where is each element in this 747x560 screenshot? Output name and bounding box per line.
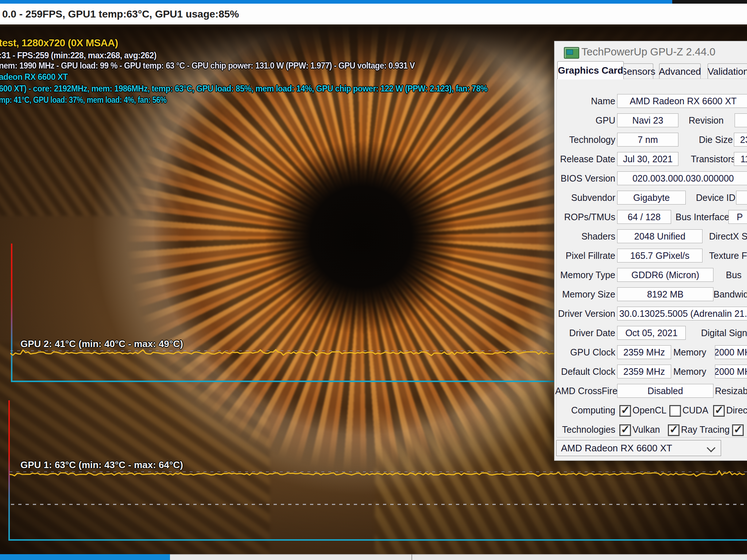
gpuz-row-label2: Texture Fillra [709,249,747,262]
gpuz-field2[interactable] [736,191,747,205]
gpuz-field-default-clock[interactable]: 2359 MHz [617,365,671,378]
top-blue-strip [0,0,672,4]
osd-gpu-stats-line: nem: 1990 MHz - GPU load: 99 % - GPU tem… [0,61,415,71]
checkbox-label: Ray Tracing [681,423,729,436]
gpuz-field2[interactable]: P [728,210,747,224]
gpuz-window-title: TechPowerUp GPU-Z 2.44.0 [581,46,715,58]
graph-gpu2-temp-line [10,346,554,359]
gpuz-field-technology[interactable]: 7 nm [617,133,678,147]
screen: 0.0 - 259FPS, GPU1 temp:63°C, GPU1 usage… [0,0,747,560]
gpuz-row-label2: Bus [726,268,742,282]
gpuz-row-label: GPU [555,113,615,127]
gpuz-row-label: Shaders [555,229,615,243]
bottom-bar-divider [411,554,412,560]
gpuz-row-label: Computing [555,403,615,417]
gpuz-row-label2: Die Size [699,133,733,147]
gpuz-field-gpu-clock[interactable]: 2359 MHz [617,345,671,359]
gpu-selector-dropdown[interactable]: AMD Radeon RX 6600 XT [556,440,721,456]
gpuz-field-bios-version[interactable]: 020.003.000.030.000000 [617,171,747,185]
gpuz-row-label: Release Date [555,152,615,166]
checkbox-ray-tracing[interactable]: ✓ [668,424,680,436]
gpuz-row-label2: Memory [673,345,706,359]
gpuz-field-rops-tmus[interactable]: 64 / 128 [617,210,671,224]
graph-gpu2-axis [11,244,12,382]
checkbox-label: Direc [726,403,747,417]
gpuz-field2[interactable]: 23 [734,133,747,147]
osd-gpu2-line: mp: 41°C, GPU load: 37%, mem load: 4%, f… [0,95,166,105]
checkbox-label: Vulkan [632,423,660,436]
osd-gpu-name-line: adeon RX 6600 XT [0,72,68,82]
gpuz-row-label2: Digital Sign [701,326,747,340]
gpuz-app-icon [564,47,579,59]
gpuz-row-label: Technology [555,133,615,147]
gpuz-field-memory-type[interactable]: GDDR6 (Micron) [617,268,713,282]
gpuz-row-label2: Revision [689,113,724,127]
gpuz-row-label: Pixel Fillrate [555,249,615,262]
gpuz-titlebar[interactable]: TechPowerUp GPU-Z 2.44.0 [554,41,747,62]
gpuz-row-label: AMD CrossFire [555,384,615,398]
gpuz-field-shaders[interactable]: 2048 Unified [617,229,703,243]
checkbox-cuda[interactable] [669,405,681,417]
gpuz-field-memory-size[interactable]: 8192 MB [617,287,713,301]
gpuz-row-label2: Resizabl [715,384,747,398]
check-icon: ✓ [621,423,630,436]
gpuz-field2[interactable]: 2000 MH [715,365,747,378]
gpuz-row-label2: DirectX S [709,229,747,243]
checkbox-label: CUDA [682,403,708,417]
osd-gpu-core-line: 600 XT) - core: 2192MHz, mem: 1986MHz, t… [0,84,487,94]
gpuz-row-label: ROPs/TMUs [555,210,615,224]
checkbox-vulkan[interactable]: ✓ [619,424,631,436]
gpuz-row-label: Driver Version [555,307,615,320]
gpuz-row-label2: Device ID [696,191,735,205]
game-window-titlebar[interactable]: 0.0 - 259FPS, GPU1 temp:63°C, GPU1 usage… [0,4,747,24]
tab-graphics-card[interactable]: Graphics Card [557,61,624,79]
gpuz-field-amd-crossfire[interactable]: Disabled [617,384,713,398]
gpuz-row-label2: Bandwid [713,287,747,301]
top-strip-dark-segment [672,0,747,4]
check-icon: ✓ [669,423,678,436]
gpuz-field2[interactable]: 2000 MH [715,345,747,359]
gpuz-field-pixel-fillrate[interactable]: 165.7 GPixel/s [617,249,703,262]
tab-sensors[interactable]: Sensors [623,63,653,79]
checkbox-cut[interactable]: ✓ [732,424,744,436]
gpuz-row-label2: Memory [673,365,706,378]
bottom-bar-blue-segment [0,554,170,560]
tab-advanced[interactable]: Advanced [659,63,701,79]
tab-validation[interactable]: Validation [708,63,747,79]
osd-fps-line: :31 - FPS:259 (min:228, max:268, avg:262… [0,51,156,61]
gpuz-field-gpu[interactable]: Navi 23 [617,113,678,127]
gpuz-field-subvendor[interactable]: Gigabyte [617,191,686,205]
osd-benchmark-header: test, 1280x720 (0X MSAA) [0,37,118,49]
chevron-down-icon [707,443,715,452]
check-icon: ✓ [621,404,630,416]
gpuz-field-driver-version[interactable]: 30.0.13025.5005 (Adrenalin 21. [617,307,747,320]
gpu-selector-value: AMD Radeon RX 6600 XT [561,443,672,454]
checkbox-opencl[interactable]: ✓ [619,405,631,417]
gpuz-row-label: GPU Clock [555,345,615,359]
gpuz-row-label2: Transistors [691,152,736,166]
graph-gpu2-baseline [11,381,554,382]
gpuz-field-name[interactable]: AMD Radeon RX 6600 XT [617,94,747,108]
gpuz-tab-strip: Graphics CardSensorsAdvancedValidation [554,62,747,79]
gpuz-row-label: Memory Size [555,287,615,301]
gpuz-field-driver-date[interactable]: Oct 05, 2021 [617,326,686,340]
check-icon: ✓ [734,423,743,436]
checkbox-direc[interactable]: ✓ [713,405,725,417]
gpuz-window: TechPowerUp GPU-Z 2.44.0 Graphics CardSe… [554,41,747,461]
gpuz-field2[interactable] [735,113,747,127]
gpuz-row-label: Default Clock [555,365,615,378]
graph-gpu1-baseline [8,539,747,541]
gpuz-row-label: Memory Type [555,268,615,282]
gpuz-row-label: Name [555,94,615,108]
graph-gpu1-temp-line [9,467,747,481]
gpuz-row-label2: Bus Interface [676,210,729,224]
gpuz-row-label: Subvendor [555,191,615,205]
graph-gpu1-dashed-line [11,504,747,505]
bottom-bar-gray-segment [170,554,747,560]
gpuz-row-label: Driver Date [555,326,615,340]
gpuz-field-release-date[interactable]: Jul 30, 2021 [617,152,678,166]
gpuz-field2[interactable]: 11 [734,152,747,166]
check-icon: ✓ [715,404,724,416]
checkbox-label: OpenCL [632,403,666,417]
gpuz-row-label: Technologies [555,423,615,436]
